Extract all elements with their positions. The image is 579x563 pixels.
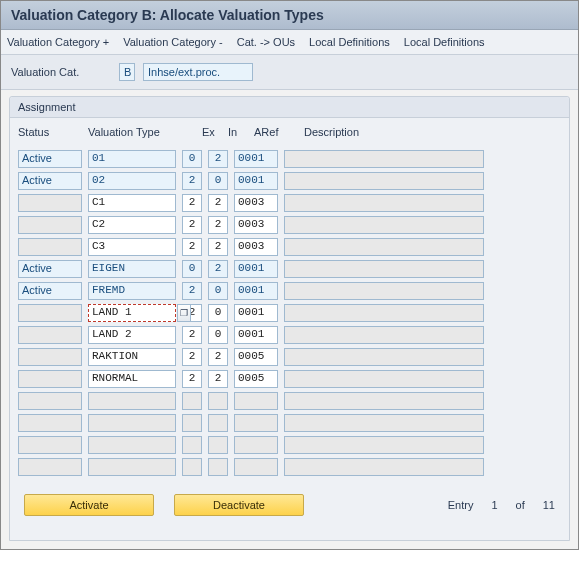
ex-cell: 2 [182,194,202,212]
table-row[interactable]: Active01020001 [14,148,565,170]
description-cell [284,414,484,432]
ex-cell: 0 [182,150,202,168]
table-row[interactable]: RAKTION220005 [14,346,565,368]
in-cell: 2 [208,238,228,256]
menu-bar: Valuation Category + Valuation Category … [1,30,578,55]
deactivate-button[interactable]: Deactivate [174,494,304,516]
in-cell: 0 [208,172,228,190]
entry-label: Entry [448,499,474,511]
valuation-type-cell[interactable]: LAND 1 [88,304,176,322]
ex-cell: 2 [182,348,202,366]
col-aref: ARef [254,126,298,138]
header-row: Valuation Cat. B Inhse/ext.proc. [1,55,578,90]
in-cell [208,436,228,454]
valuation-type-cell[interactable]: C2 [88,216,176,234]
f4-help-button[interactable]: ❐ [177,304,191,322]
valuation-type-cell[interactable]: C3 [88,238,176,256]
status-cell [18,370,82,388]
assignment-group: Assignment Status Valuation Type Ex In A… [9,96,570,541]
entry-current: 1 [491,499,497,511]
description-cell [284,304,484,322]
in-cell [208,414,228,432]
in-cell: 2 [208,370,228,388]
valuation-type-cell[interactable]: RNORMAL [88,370,176,388]
col-in: In [228,126,248,138]
table-row[interactable]: ActiveEIGEN020001 [14,258,565,280]
entry-info: Entry 1 of 11 [448,499,555,511]
aref-cell: 0003 [234,194,278,212]
ex-cell: 2 [182,326,202,344]
entry-total: 11 [543,499,555,511]
menu-local-definitions-2[interactable]: Local Definitions [404,36,485,48]
description-cell [284,194,484,212]
valuation-cat-code: B [119,63,135,81]
aref-cell: 0003 [234,216,278,234]
status-cell [18,216,82,234]
valuation-type-cell[interactable]: RAKTION [88,348,176,366]
table-row[interactable] [14,390,565,412]
table-header: Status Valuation Type Ex In ARef Descrip… [14,122,565,148]
ex-cell: 2 [182,238,202,256]
description-cell [284,436,484,454]
in-cell: 2 [208,216,228,234]
activate-button[interactable]: Activate [24,494,154,516]
in-cell: 2 [208,348,228,366]
col-ex: Ex [202,126,222,138]
aref-cell: 0001 [234,282,278,300]
description-cell [284,216,484,234]
description-cell [284,282,484,300]
status-cell: Active [18,282,82,300]
description-cell [284,370,484,388]
status-cell: Active [18,150,82,168]
menu-valuation-cat-minus[interactable]: Valuation Category - [123,36,222,48]
aref-cell: 0001 [234,172,278,190]
table-row[interactable]: LAND 1❐200001 [14,302,565,324]
assignment-title: Assignment [10,97,569,118]
menu-cat-to-ous[interactable]: Cat. -> OUs [237,36,295,48]
valuation-type-cell[interactable]: C1 [88,194,176,212]
in-cell: 0 [208,282,228,300]
status-cell [18,326,82,344]
ex-cell: 2 [182,370,202,388]
ex-cell: 0 [182,260,202,278]
valuation-cat-desc: Inhse/ext.proc. [143,63,253,81]
table-row[interactable]: C1220003 [14,192,565,214]
ex-cell: 2 [182,282,202,300]
menu-valuation-cat-plus[interactable]: Valuation Category + [7,36,109,48]
valuation-type-cell [88,414,176,432]
in-cell [208,392,228,410]
status-cell [18,194,82,212]
description-cell [284,458,484,476]
valuation-cat-label: Valuation Cat. [11,66,111,78]
aref-cell: 0005 [234,348,278,366]
valuation-type-cell: FREMD [88,282,176,300]
in-cell: 0 [208,304,228,322]
table-row[interactable]: RNORMAL220005 [14,368,565,390]
table-row[interactable] [14,456,565,478]
aref-cell: 0003 [234,238,278,256]
table-row[interactable]: C2220003 [14,214,565,236]
ex-cell [182,392,202,410]
status-cell: Active [18,260,82,278]
ex-cell: 2 [182,172,202,190]
table-row[interactable]: Active02200001 [14,170,565,192]
description-cell [284,150,484,168]
valuation-type-cell[interactable]: LAND 2 [88,326,176,344]
valuation-type-cell [88,436,176,454]
table-row[interactable]: LAND 2200001 [14,324,565,346]
status-cell [18,414,82,432]
entry-of: of [516,499,525,511]
description-cell [284,172,484,190]
in-cell: 2 [208,260,228,278]
table-row[interactable] [14,434,565,456]
app-window: Valuation Category B: Allocate Valuation… [0,0,579,550]
valuation-type-cell: 02 [88,172,176,190]
table-row[interactable]: C3220003 [14,236,565,258]
table-row[interactable]: ActiveFREMD200001 [14,280,565,302]
ex-cell [182,458,202,476]
menu-local-definitions-1[interactable]: Local Definitions [309,36,390,48]
status-cell [18,392,82,410]
valuation-type-cell [88,458,176,476]
aref-cell: 0001 [234,326,278,344]
table-row[interactable] [14,412,565,434]
